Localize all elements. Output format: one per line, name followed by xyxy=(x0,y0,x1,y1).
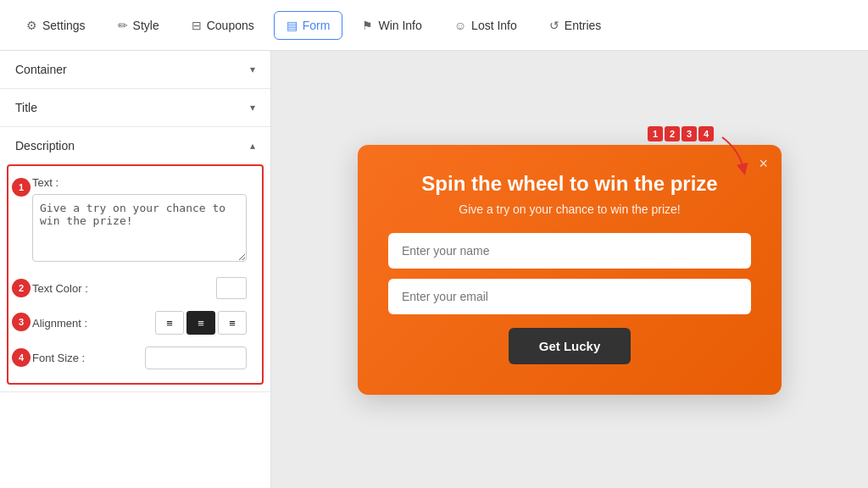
badge-1: 1 xyxy=(12,178,31,197)
ann-badge-3: 3 xyxy=(682,126,697,141)
entries-icon: ↺ xyxy=(549,19,559,32)
align-right-button[interactable]: ≡ xyxy=(218,311,247,335)
accordion-description-header[interactable]: Description ▴ xyxy=(0,127,270,164)
nav-entries[interactable]: ↺ Entries xyxy=(537,11,615,40)
top-navigation: ⚙ Settings ✏ Style ⊟ Coupons ▤ Form ⚑ Wi… xyxy=(0,0,868,51)
color-row: 2 Text Color : xyxy=(24,277,247,299)
text-row: 1 Text : Give a try on your chance to wi… xyxy=(24,176,247,265)
align-center-button[interactable]: ≡ xyxy=(186,311,215,335)
accordion-title: Title ▾ xyxy=(0,89,270,127)
right-panel: 1 2 3 4 × Spin the wheel to win the priz… xyxy=(271,51,868,488)
win-info-icon: ⚑ xyxy=(362,19,373,32)
nav-coupons-label: Coupons xyxy=(207,19,254,32)
font-size-label: Font Size : xyxy=(32,352,85,364)
accordion-container-label: Container xyxy=(15,63,67,76)
popup-title: Spin the wheel to win the prize xyxy=(388,172,751,196)
nav-style[interactable]: ✏ Style xyxy=(105,11,172,40)
main-layout: Container ▾ Title ▾ Description ▴ 1 Tex xyxy=(0,51,868,488)
align-left-button[interactable]: ≡ xyxy=(155,311,184,335)
alignment-row: 3 Alignment : ≡ ≡ ≡ xyxy=(24,311,247,335)
ann-badge-2: 2 xyxy=(665,126,680,141)
popup-email-input[interactable] xyxy=(388,279,751,314)
nav-lost-info-label: Lost Info xyxy=(471,19,517,32)
text-label: Text : xyxy=(32,176,247,189)
form-icon: ▤ xyxy=(287,19,298,32)
nav-form-label: Form xyxy=(303,19,331,32)
font-size-row: 4 Font Size : 15 xyxy=(24,347,247,369)
badge-4: 4 xyxy=(12,348,31,367)
nav-entries-label: Entries xyxy=(565,19,602,32)
accordion-title-label: Title xyxy=(15,101,37,114)
accordion-container-header[interactable]: Container ▾ xyxy=(0,51,270,88)
chevron-down-icon-2: ▾ xyxy=(250,102,255,114)
badge-3: 3 xyxy=(12,313,31,331)
chevron-down-icon: ▾ xyxy=(250,64,255,75)
alignment-buttons: ≡ ≡ ≡ xyxy=(155,311,247,335)
nav-form[interactable]: ▤ Form xyxy=(274,11,343,40)
ann-badge-4: 4 xyxy=(698,126,714,141)
style-icon: ✏ xyxy=(118,19,128,32)
nav-lost-info[interactable]: ☺ Lost Info xyxy=(442,11,530,40)
accordion-description: Description ▴ 1 Text : Give a try on you… xyxy=(0,127,270,392)
nav-win-info-label: Win Info xyxy=(378,19,421,32)
nav-settings[interactable]: ⚙ Settings xyxy=(14,11,98,40)
ann-badge-1: 1 xyxy=(648,126,663,141)
text-input[interactable]: Give a try on your chance to win the pri… xyxy=(32,194,247,262)
nav-coupons[interactable]: ⊟ Coupons xyxy=(179,11,267,40)
popup-name-input[interactable] xyxy=(388,233,751,269)
alignment-label: Alignment : xyxy=(32,317,87,330)
font-size-input[interactable]: 15 xyxy=(145,347,247,369)
annotation-badges: 1 2 3 4 xyxy=(648,126,714,141)
left-panel: Container ▾ Title ▾ Description ▴ 1 Tex xyxy=(0,51,271,488)
nav-settings-label: Settings xyxy=(42,19,86,32)
chevron-up-icon: ▴ xyxy=(250,140,255,152)
nav-win-info[interactable]: ⚑ Win Info xyxy=(349,11,434,40)
color-swatch[interactable] xyxy=(216,277,247,299)
popup-description: Give a try on your chance to win the pri… xyxy=(388,202,751,216)
description-content: 1 Text : Give a try on your chance to wi… xyxy=(7,164,264,385)
accordion-container: Container ▾ xyxy=(0,51,270,89)
lost-info-icon: ☺ xyxy=(454,19,466,32)
color-label: Text Color : xyxy=(32,282,88,295)
badge-2: 2 xyxy=(12,279,31,297)
nav-style-label: Style xyxy=(133,19,159,32)
popup-submit-button[interactable]: Get Lucky xyxy=(509,328,632,364)
popup-close-button[interactable]: × xyxy=(759,155,768,173)
settings-icon: ⚙ xyxy=(26,19,37,32)
popup-card: 1 2 3 4 × Spin the wheel to win the priz… xyxy=(358,145,782,395)
accordion-title-header[interactable]: Title ▾ xyxy=(0,89,270,126)
coupons-icon: ⊟ xyxy=(192,19,202,32)
accordion-description-label: Description xyxy=(15,139,75,152)
